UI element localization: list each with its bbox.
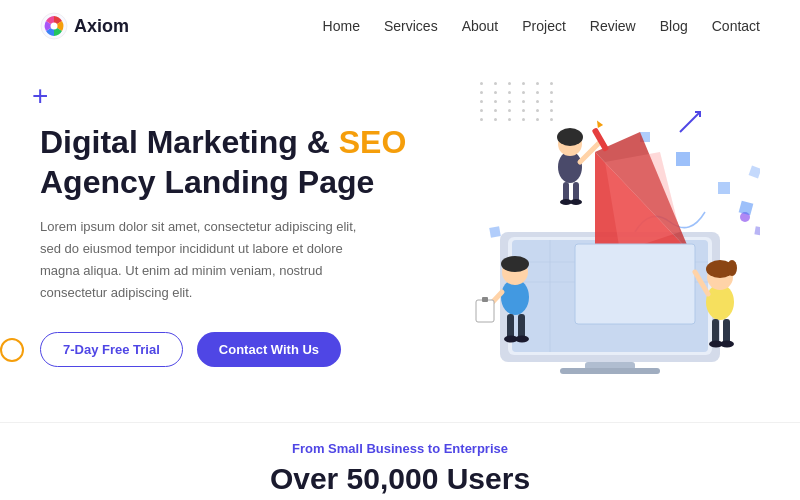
logo-text: Axiom <box>74 16 129 37</box>
hero-right <box>420 72 760 412</box>
nav-item-project[interactable]: Project <box>522 17 566 35</box>
svg-point-22 <box>570 199 582 205</box>
nav-item-contact[interactable]: Contact <box>712 17 760 35</box>
nav-item-services[interactable]: Services <box>384 17 438 35</box>
hero-illustration <box>400 72 760 392</box>
svg-marker-25 <box>594 119 603 128</box>
svg-rect-35 <box>482 297 488 302</box>
hero-left: + Digital Marketing & SEO Agency Landing… <box>40 72 420 367</box>
seo-highlight: SEO <box>339 124 407 160</box>
nav-item-review[interactable]: Review <box>590 17 636 35</box>
trial-button[interactable]: 7-Day Free Trial <box>40 332 183 367</box>
contact-button[interactable]: Contact With Us <box>197 332 341 367</box>
nav-item-blog[interactable]: Blog <box>660 17 688 35</box>
svg-rect-15 <box>575 244 695 324</box>
svg-rect-45 <box>739 201 754 216</box>
nav-item-home[interactable]: Home <box>323 17 360 35</box>
svg-point-28 <box>501 256 529 272</box>
svg-point-1 <box>51 23 58 30</box>
hero-section: + Digital Marketing & SEO Agency Landing… <box>0 52 800 422</box>
svg-rect-30 <box>518 314 525 339</box>
svg-rect-46 <box>754 226 760 235</box>
svg-rect-47 <box>489 226 501 238</box>
svg-rect-41 <box>723 319 730 344</box>
svg-point-18 <box>557 128 583 146</box>
svg-rect-9 <box>560 368 660 374</box>
nav-item-about[interactable]: About <box>462 17 499 35</box>
hero-title: Digital Marketing & SEO Agency Landing P… <box>40 102 420 202</box>
svg-point-39 <box>727 260 737 276</box>
svg-rect-48 <box>749 166 760 179</box>
logo[interactable]: Axiom <box>40 12 129 40</box>
bottom-subtitle: From Small Business to Enterprise <box>0 441 800 456</box>
bottom-section: From Small Business to Enterprise Over 5… <box>0 422 800 496</box>
logo-icon <box>40 12 68 40</box>
svg-rect-40 <box>712 319 719 344</box>
navbar: Axiom Home Services About Project Review… <box>0 0 800 52</box>
plus-decoration: + <box>32 82 48 110</box>
nav-links: Home Services About Project Review Blog … <box>323 17 760 35</box>
svg-rect-34 <box>476 300 494 322</box>
hero-description: Lorem ipsum dolor sit amet, consectetur … <box>40 216 380 304</box>
circle-decoration <box>0 338 24 362</box>
svg-rect-29 <box>507 314 514 339</box>
svg-point-43 <box>720 341 734 348</box>
svg-point-32 <box>515 336 529 343</box>
bottom-title: Over 50,000 Users <box>0 462 800 496</box>
